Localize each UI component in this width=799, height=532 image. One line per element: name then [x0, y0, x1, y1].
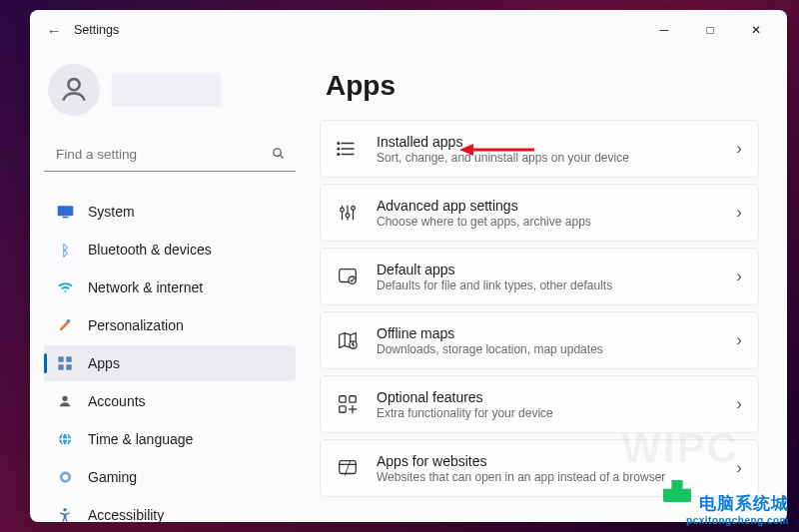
apps-for-websites-icon — [335, 455, 361, 481]
paintbrush-icon — [56, 316, 74, 334]
svg-rect-36 — [340, 396, 346, 402]
sidebar-item-accessibility[interactable]: Accessibility — [44, 497, 296, 522]
svg-point-1 — [274, 149, 282, 157]
minimize-button[interactable]: ─ — [641, 14, 687, 46]
default-apps-icon — [335, 264, 361, 289]
close-button[interactable]: ✕ — [733, 14, 779, 46]
card-optional-features[interactable]: Optional features Extra functionality fo… — [320, 375, 759, 433]
chevron-right-icon: › — [736, 266, 742, 286]
accessibility-icon — [56, 506, 74, 522]
chevron-right-icon: › — [736, 394, 742, 414]
titlebar: ← Settings ─ □ ✕ — [30, 10, 787, 50]
username-redacted — [112, 73, 222, 107]
installed-apps-icon — [335, 136, 361, 162]
sidebar-item-label: System — [88, 204, 135, 220]
svg-rect-9 — [66, 364, 71, 369]
nav-list: System ᛒ Bluetooth & devices Network & i… — [44, 194, 296, 522]
window-title: Settings — [74, 23, 119, 37]
svg-point-22 — [338, 154, 340, 156]
svg-point-26 — [341, 208, 345, 212]
optional-features-icon — [335, 391, 361, 417]
sidebar-item-label: Bluetooth & devices — [88, 242, 212, 258]
main-content: Apps Installed apps Sort, change, and un… — [310, 50, 787, 522]
avatar — [48, 64, 100, 116]
svg-line-2 — [280, 155, 283, 158]
profile-block[interactable] — [44, 56, 296, 132]
wifi-icon — [56, 278, 74, 296]
card-advanced-settings[interactable]: Advanced app settings Choose where to ge… — [320, 184, 759, 242]
card-title: Advanced app settings — [377, 198, 736, 214]
accounts-icon — [56, 392, 74, 410]
card-title: Default apps — [377, 262, 736, 277]
maximize-button[interactable]: □ — [687, 14, 733, 46]
card-offline-maps[interactable]: Offline maps Downloads, storage location… — [320, 311, 759, 369]
svg-rect-3 — [57, 206, 73, 216]
bluetooth-icon: ᛒ — [56, 241, 74, 259]
svg-rect-38 — [340, 406, 346, 412]
card-subtitle: Choose where to get apps, archive apps — [377, 215, 736, 229]
card-installed-apps[interactable]: Installed apps Sort, change, and uninsta… — [320, 120, 759, 178]
svg-rect-37 — [350, 396, 356, 402]
chevron-right-icon: › — [736, 139, 742, 159]
cards-list: Installed apps Sort, change, and uninsta… — [320, 120, 759, 497]
chevron-right-icon: › — [736, 458, 742, 478]
card-subtitle: Downloads, storage location, map updates — [377, 342, 736, 356]
card-title: Installed apps — [377, 134, 736, 150]
card-title: Offline maps — [377, 325, 736, 341]
svg-rect-7 — [66, 356, 71, 361]
apps-icon — [56, 354, 74, 372]
sidebar-item-label: Time & language — [88, 431, 193, 447]
gaming-icon — [56, 468, 74, 486]
svg-point-28 — [352, 207, 356, 211]
system-icon — [56, 203, 74, 221]
sidebar-item-label: Accounts — [88, 393, 146, 409]
search-box[interactable] — [44, 138, 296, 172]
card-title: Apps for websites — [377, 453, 736, 469]
sidebar-item-accounts[interactable]: Accounts — [44, 383, 296, 419]
card-default-apps[interactable]: Default apps Defaults for file and link … — [320, 248, 759, 305]
sidebar-item-label: Apps — [88, 355, 120, 371]
card-subtitle: Extra functionality for your device — [377, 406, 736, 420]
sidebar-item-label: Gaming — [88, 469, 137, 485]
search-icon — [271, 146, 286, 164]
svg-point-0 — [68, 79, 79, 90]
card-apps-for-websites[interactable]: Apps for websites Websites that can open… — [320, 439, 759, 497]
svg-point-20 — [338, 143, 340, 145]
svg-point-10 — [62, 396, 67, 401]
sidebar-item-apps[interactable]: Apps — [44, 345, 296, 381]
chevron-right-icon: › — [736, 330, 742, 350]
sidebar: System ᛒ Bluetooth & devices Network & i… — [30, 50, 310, 522]
sidebar-item-bluetooth[interactable]: ᛒ Bluetooth & devices — [44, 232, 296, 267]
offline-maps-icon — [335, 327, 361, 353]
sidebar-item-personalization[interactable]: Personalization — [44, 307, 296, 343]
sidebar-item-label: Personalization — [88, 317, 184, 333]
globe-icon — [56, 430, 74, 448]
window-controls: ─ □ ✕ — [641, 14, 779, 46]
sidebar-item-gaming[interactable]: Gaming — [44, 459, 296, 495]
svg-point-21 — [338, 148, 340, 150]
back-button[interactable]: ← — [38, 22, 70, 39]
svg-point-16 — [63, 508, 66, 511]
svg-rect-4 — [62, 217, 68, 218]
card-title: Optional features — [377, 389, 736, 405]
sidebar-item-system[interactable]: System — [44, 194, 296, 230]
card-subtitle: Defaults for file and link types, other … — [377, 278, 736, 292]
svg-point-27 — [346, 214, 350, 218]
svg-rect-6 — [58, 356, 63, 361]
svg-rect-8 — [58, 364, 63, 369]
sidebar-item-label: Accessibility — [88, 507, 164, 522]
chevron-right-icon: › — [736, 203, 742, 223]
search-input[interactable] — [44, 138, 296, 172]
page-heading: Apps — [326, 70, 759, 102]
advanced-settings-icon — [335, 200, 361, 226]
sidebar-item-time[interactable]: Time & language — [44, 421, 296, 457]
sidebar-item-network[interactable]: Network & internet — [44, 269, 296, 305]
card-subtitle: Sort, change, and uninstall apps on your… — [377, 151, 736, 165]
svg-point-15 — [62, 474, 68, 480]
sidebar-item-label: Network & internet — [88, 279, 203, 295]
settings-window: ← Settings ─ □ ✕ — [30, 10, 787, 522]
